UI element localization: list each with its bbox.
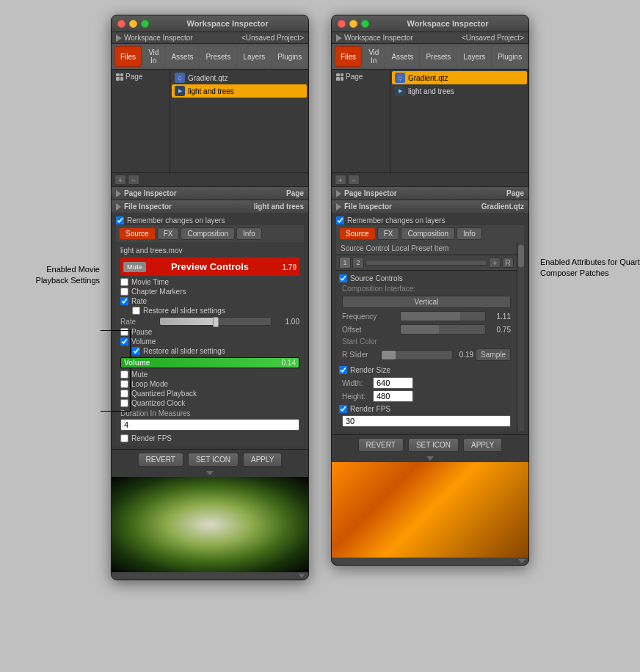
subtab-composition-right[interactable]: Composition: [401, 227, 455, 240]
mute-badge[interactable]: Mute: [123, 262, 146, 272]
subtab-composition-left[interactable]: Composition: [181, 227, 235, 240]
add-file-btn-right[interactable]: +: [335, 175, 346, 185]
file-item-trees-right[interactable]: ▶ light and trees: [392, 84, 527, 98]
left-workspace-bar: Workspace Inspector <Unsaved Project>: [112, 32, 308, 44]
tab-assets-left[interactable]: Assets: [165, 46, 199, 67]
volume-checkbox[interactable]: [120, 337, 128, 346]
add-preset-btn[interactable]: +: [489, 258, 501, 268]
quantized-playback-checkbox[interactable]: [120, 390, 128, 398]
file-item-gradient-right[interactable]: Q Gradient.qtz: [392, 71, 527, 84]
file-item-gradient-left[interactable]: Q Gradient.qtz: [172, 71, 307, 84]
right-bottom-buttons: REVERT SET ICON APPLY: [332, 434, 528, 455]
maximize-button-right[interactable]: [361, 20, 369, 28]
duration-label: Duration In Measures: [120, 408, 299, 419]
minimize-button-right[interactable]: [349, 20, 357, 28]
minimize-button[interactable]: [129, 20, 137, 28]
right-scrollbar[interactable]: [517, 242, 524, 431]
restore-sliders-checkbox-2[interactable]: [132, 347, 140, 355]
r-slider-track[interactable]: [381, 350, 453, 360]
r-slider-label: R Slider: [342, 351, 379, 359]
vertical-dropdown[interactable]: Vertical: [342, 296, 511, 308]
height-input[interactable]: [373, 390, 413, 402]
restore-sliders-checkbox-1[interactable]: [132, 307, 140, 315]
movie-time-checkbox[interactable]: [120, 278, 128, 286]
quantized-clock-checkbox[interactable]: [120, 399, 128, 407]
file-tree-item-page[interactable]: Page: [113, 71, 168, 82]
revert-btn-left[interactable]: REVERT: [138, 453, 183, 467]
close-button[interactable]: [117, 20, 126, 28]
file-tree-item-page-right[interactable]: Page: [333, 71, 388, 82]
rate-slider-track[interactable]: [159, 317, 272, 326]
remove-file-btn-right[interactable]: −: [348, 175, 360, 185]
right-file-inspector-header[interactable]: File Inspector Gradient.qtz: [332, 200, 528, 213]
tab-vidin-right[interactable]: Vid In: [363, 46, 385, 67]
height-row: Height:: [342, 390, 511, 403]
apply-btn-right[interactable]: APPLY: [463, 438, 503, 452]
scrollbar-thumb-right[interactable]: [518, 245, 524, 267]
tab-vidin-left[interactable]: Vid In: [142, 46, 164, 67]
render-size-checkbox[interactable]: [339, 366, 347, 374]
frequency-track[interactable]: [400, 311, 486, 321]
render-fps-input[interactable]: [342, 415, 511, 427]
remove-preset-btn[interactable]: R: [502, 258, 514, 268]
right-page-inspector-header[interactable]: Page Inspector Page: [332, 187, 528, 200]
apply-btn-left[interactable]: APPLY: [243, 453, 283, 467]
right-page-inspector: Page Inspector Page: [332, 186, 528, 200]
subtab-source-right[interactable]: Source: [339, 227, 376, 240]
left-page-inspector-header[interactable]: Page Inspector Page: [112, 187, 308, 200]
add-file-btn-left[interactable]: +: [114, 175, 126, 185]
subtab-fx-right[interactable]: FX: [377, 227, 400, 240]
remember-layers-checkbox-right[interactable]: [336, 216, 344, 224]
volume-label-inside: Volume: [124, 359, 150, 367]
maximize-button[interactable]: [141, 20, 149, 28]
tab-plugins-right[interactable]: Plugins: [492, 46, 528, 67]
movie-time-row: Movie Time: [120, 277, 299, 287]
tab-presets-right[interactable]: Presets: [420, 46, 457, 67]
mute-checkbox[interactable]: [120, 370, 128, 379]
source-controls-checkbox[interactable]: [339, 274, 347, 282]
set-icon-btn-right[interactable]: SET ICON: [408, 438, 459, 452]
offset-track[interactable]: [400, 324, 486, 335]
left-file-inspector-header[interactable]: File Inspector light and trees: [112, 200, 308, 213]
remember-layers-checkbox-left[interactable]: [116, 216, 124, 224]
width-label: Width:: [342, 379, 370, 387]
render-fps-checkbox-right[interactable]: [339, 405, 347, 413]
right-scroll-content: Source Control Local Preset Item 1 2 + R: [336, 242, 517, 431]
scroll-down-right-2: [518, 559, 526, 563]
remove-file-btn-left[interactable]: −: [128, 175, 139, 185]
tab-assets-right[interactable]: Assets: [385, 46, 419, 67]
subtab-info-left[interactable]: Info: [236, 227, 262, 240]
tab-plugins-left[interactable]: Plugins: [272, 46, 308, 67]
loop-mode-checkbox[interactable]: [120, 380, 128, 388]
preset-tab-1[interactable]: 1: [339, 257, 351, 269]
duration-input[interactable]: 4: [120, 419, 299, 431]
tab-layers-right[interactable]: Layers: [457, 46, 491, 67]
left-file-area: Page Q Gradient.qtz ▶ light and trees: [112, 70, 308, 172]
revert-btn-right[interactable]: REVERT: [358, 438, 404, 452]
right-toolbar: Files Vid In Assets Presets Layers Plugi…: [332, 44, 528, 70]
subtab-source-left[interactable]: Source: [119, 227, 156, 240]
width-input[interactable]: [373, 377, 413, 389]
file-item-trees-left[interactable]: ▶ light and trees: [172, 84, 307, 98]
right-workspace-tri: [336, 34, 342, 42]
set-icon-btn-left[interactable]: SET ICON: [188, 453, 239, 467]
rate-checkbox[interactable]: [120, 297, 128, 305]
tab-files-right[interactable]: Files: [335, 46, 362, 67]
right-file-list: Q Gradient.qtz ▶ light and trees: [390, 70, 528, 172]
subtab-fx-left[interactable]: FX: [157, 227, 180, 240]
left-page-inspector: Page Inspector Page: [112, 186, 308, 200]
add-remove-preset: + R: [489, 258, 514, 268]
tab-presets-left[interactable]: Presets: [200, 46, 236, 67]
chapter-markers-checkbox[interactable]: [120, 288, 128, 296]
tab-layers-left[interactable]: Layers: [237, 46, 271, 67]
left-file-inspector: File Inspector light and trees Remember …: [112, 200, 308, 449]
close-button-right[interactable]: [338, 20, 346, 28]
volume-track[interactable]: Volume 0.14: [120, 357, 299, 368]
subtab-info-right[interactable]: Info: [457, 227, 482, 240]
sample-btn[interactable]: Sample: [476, 348, 511, 361]
tab-files-left[interactable]: Files: [114, 46, 142, 67]
preset-tab-2[interactable]: 2: [352, 257, 364, 269]
pause-checkbox[interactable]: [120, 328, 128, 336]
render-fps-checkbox[interactable]: [120, 434, 128, 442]
right-window: Workspace Inspector Workspace Inspector …: [331, 15, 529, 566]
